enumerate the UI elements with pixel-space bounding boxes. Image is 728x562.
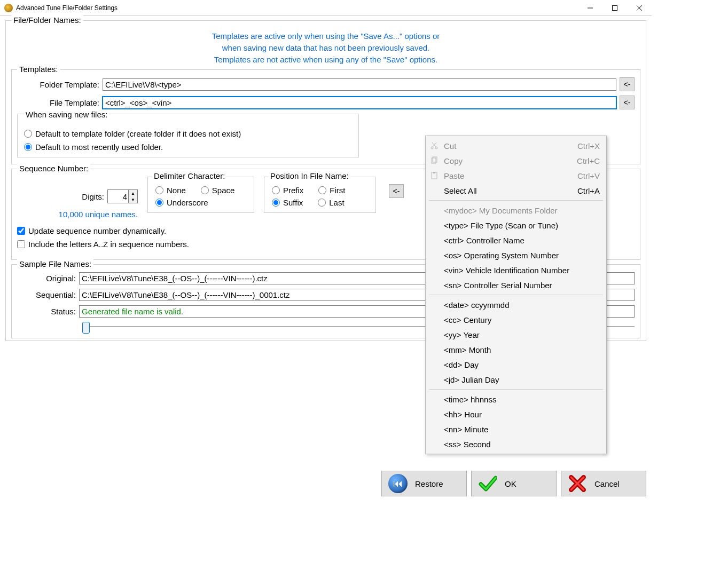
copy-icon [430, 156, 439, 165]
sample-status-label: Status: [17, 307, 79, 316]
checkmark-icon [478, 474, 497, 493]
when-saving-group: When saving new files: Default to templa… [17, 114, 359, 157]
folder-template-input[interactable] [103, 78, 616, 91]
menu-var-ss[interactable]: <ss> Second [426, 437, 606, 452]
sample-legend: Sample File Names: [17, 259, 93, 268]
folder-template-label: Folder Template: [17, 80, 103, 89]
ok-button[interactable]: OK [471, 471, 557, 496]
menu-var-sn[interactable]: <sn> Controller Serial Number [426, 278, 606, 292]
svg-rect-15 [433, 172, 435, 173]
menu-separator [429, 200, 603, 201]
slider-thumb[interactable] [82, 322, 90, 334]
menu-paste[interactable]: PasteCtrl+V [426, 168, 606, 183]
svg-point-9 [435, 147, 437, 149]
menu-select-all[interactable]: Select AllCtrl+A [426, 183, 606, 198]
menu-var-hh[interactable]: <hh> Hour [426, 407, 606, 422]
menu-var-date[interactable]: <date> ccyymmdd [426, 297, 606, 312]
digits-label: Digits: [82, 192, 104, 201]
file-template-input[interactable] [103, 97, 616, 109]
digits-input[interactable] [107, 189, 129, 203]
close-button[interactable] [627, 0, 652, 16]
svg-line-10 [433, 143, 436, 147]
menu-var-time[interactable]: <time> hhnnss [426, 392, 606, 407]
menu-copy[interactable]: CopyCtrl+C [426, 153, 606, 168]
position-legend: Position In File Name: [269, 171, 350, 180]
radio-pos-suffix[interactable]: Suffix [272, 198, 303, 207]
radio-pos-prefix[interactable]: Prefix [272, 186, 303, 195]
menu-var-jd[interactable]: <jd> Julian Day [426, 372, 606, 387]
app-icon [4, 4, 13, 12]
info-text: Templates are active only when using the… [11, 30, 640, 65]
paste-icon [430, 171, 439, 180]
restore-button[interactable]: Restore [381, 471, 467, 496]
filefolder-legend: File/Folder Names: [11, 15, 83, 25]
file-template-insert-button[interactable]: <- [620, 96, 635, 109]
cross-icon [568, 474, 587, 493]
radio-pos-last[interactable]: Last [318, 198, 344, 207]
sequence-legend: Sequence Number: [17, 164, 90, 173]
radio-default-recent-folder[interactable]: Default to most recently used folder. [24, 143, 352, 152]
menu-var-nn[interactable]: <nn> Minute [426, 422, 606, 437]
templates-legend: Templates: [17, 65, 60, 74]
radio-delim-space[interactable]: Space [201, 186, 235, 195]
svg-point-8 [431, 147, 433, 149]
maximize-button[interactable] [602, 0, 627, 16]
footer-buttons: Restore OK Cancel [381, 471, 646, 496]
radio-delim-underscore[interactable]: Underscore [155, 198, 208, 207]
menu-var-os[interactable]: <os> Operating System Number [426, 248, 606, 263]
file-template-label: File Template: [17, 98, 103, 107]
svg-line-11 [432, 143, 436, 147]
radio-default-template-folder[interactable]: Default to template folder (create folde… [24, 129, 352, 138]
minimize-button[interactable] [578, 0, 602, 16]
menu-separator [429, 389, 603, 390]
menu-var-mydoc[interactable]: <mydoc> My Documents Folder [426, 203, 606, 218]
context-menu: CutCtrl+X CopyCtrl+C PasteCtrl+V Select … [425, 136, 607, 454]
folder-template-insert-button[interactable]: <- [620, 77, 635, 91]
menu-var-vin[interactable]: <vin> Vehicle Identification Number [426, 263, 606, 278]
menu-var-cc[interactable]: <cc> Century [426, 312, 606, 327]
svg-rect-1 [613, 5, 617, 10]
restore-icon [388, 474, 408, 493]
menu-separator [429, 295, 603, 295]
menu-var-type[interactable]: <type> File Type (Scan or Tune) [426, 218, 606, 233]
window-title: Advanced Tune File/Folder Settings [16, 4, 118, 12]
cut-icon [430, 141, 439, 150]
menu-var-ctrl[interactable]: <ctrl> Controller Name [426, 233, 606, 248]
digits-spin-up[interactable]: ▲ [129, 190, 137, 196]
position-group: Position In File Name: Prefix First Suff… [264, 177, 376, 213]
when-saving-legend: When saving new files: [24, 110, 109, 119]
sample-sequential-label: Sequential: [17, 290, 79, 299]
titlebar: Advanced Tune File/Folder Settings [0, 0, 652, 16]
menu-var-mm[interactable]: <mm> Month [426, 342, 606, 357]
sequence-insert-button[interactable]: <- [389, 184, 404, 198]
sample-original-label: Original: [17, 274, 79, 283]
radio-delim-none[interactable]: None [155, 186, 186, 195]
delimiter-legend: Delimiter Character: [152, 171, 226, 180]
menu-var-yy[interactable]: <yy> Year [426, 327, 606, 342]
menu-cut[interactable]: CutCtrl+X [426, 138, 606, 153]
delimiter-group: Delimiter Character: None Space Undersco… [147, 177, 254, 213]
radio-pos-first[interactable]: First [318, 186, 345, 195]
digits-spin-down[interactable]: ▼ [129, 196, 137, 203]
unique-names-text: 10,000 unique names. [59, 210, 138, 219]
cancel-button[interactable]: Cancel [561, 471, 646, 496]
menu-var-dd[interactable]: <dd> Day [426, 357, 606, 372]
